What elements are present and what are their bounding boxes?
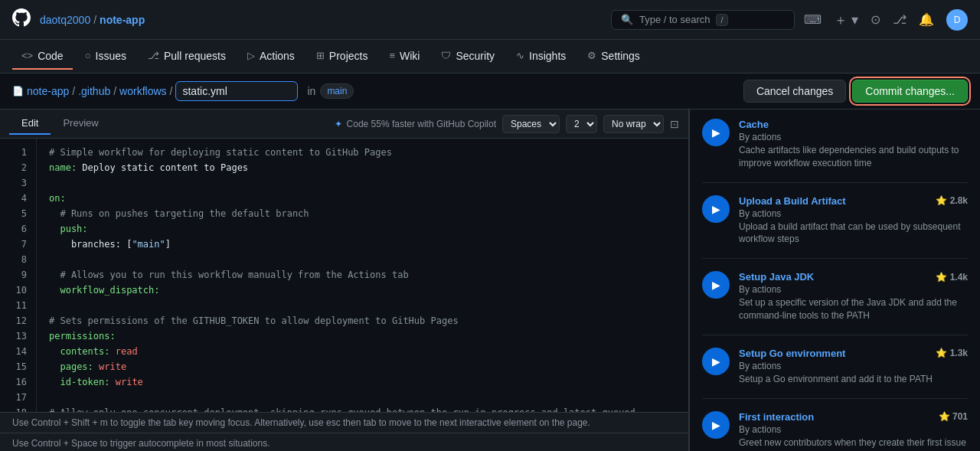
code-line: # Allow only one concurrent deployment, …	[49, 405, 676, 412]
settings-icon: ⚙	[587, 50, 596, 61]
filename-input[interactable]	[175, 81, 298, 101]
action-name[interactable]: Cache	[739, 119, 769, 130]
action-item: ▶ First interaction ⭐ 701 By actions Gre…	[702, 411, 968, 451]
code-line: push:	[49, 221, 676, 237]
editor-options: Spaces 2 No wrap ⊡	[502, 115, 679, 133]
username[interactable]: daotq2000	[40, 14, 90, 26]
branch-badge[interactable]: main	[320, 83, 354, 99]
code-line: contents: read	[49, 344, 676, 359]
line-number: 12	[0, 313, 36, 328]
tab-settings[interactable]: ⚙ Settings	[578, 44, 649, 70]
action-icon-circle: ▶	[702, 195, 730, 223]
action-icon-circle: ▶	[702, 271, 730, 299]
action-by: By actions	[739, 284, 968, 295]
breadcrumb-repo[interactable]: note-app	[27, 85, 69, 97]
tab-projects[interactable]: ⊞ Projects	[307, 44, 377, 70]
action-stars: ⭐ 1.4k	[936, 272, 968, 283]
action-by: By actions	[739, 361, 968, 371]
history-icon[interactable]: ⊙	[871, 12, 880, 27]
right-panel: ▶ Cache By actions Cache artifacts like …	[689, 109, 980, 451]
cancel-button[interactable]: Cancel changes	[743, 80, 846, 103]
code-editor[interactable]: 1234567891011121314151617181920212223242…	[0, 139, 688, 412]
code-content[interactable]: # Simple workflow for deploying static c…	[37, 139, 688, 412]
line-number: 15	[0, 359, 36, 374]
tab-security[interactable]: 🛡 Security	[432, 44, 504, 70]
action-stars: ⭐ 1.3k	[936, 348, 968, 358]
line-number: 16	[0, 374, 36, 390]
tab-edit[interactable]: Edit	[9, 113, 51, 135]
notifications-icon[interactable]: 🔔	[919, 12, 934, 27]
play-icon: ▶	[712, 355, 720, 368]
action-icon-circle: ▶	[702, 119, 730, 146]
tab-preview[interactable]: Preview	[51, 113, 110, 135]
action-stars: ⭐ 701	[939, 411, 968, 422]
search-bar[interactable]: 🔍 Type / to search /	[611, 10, 795, 30]
search-kbd: /	[716, 14, 727, 26]
line-number: 7	[0, 237, 36, 252]
line-number: 13	[0, 328, 36, 344]
tab-actions[interactable]: ▷ Actions	[238, 44, 304, 70]
play-icon: ▶	[712, 203, 720, 215]
code-line: # Sets permissions of the GITHUB_TOKEN t…	[49, 313, 676, 328]
code-line: branches: ["main"]	[49, 237, 676, 252]
code-line	[49, 390, 676, 405]
line-number: 18	[0, 405, 36, 412]
top-bar: daotq2000 / note-app 🔍 Type / to search …	[0, 0, 980, 40]
reponame[interactable]: note-app	[100, 14, 145, 26]
repo-path: daotq2000 / note-app	[40, 14, 145, 26]
terminal-icon[interactable]: ⌨	[804, 12, 822, 27]
tab-code[interactable]: <> Code	[12, 44, 73, 70]
action-name[interactable]: Upload a Build Artifact	[739, 195, 846, 207]
code-line	[49, 298, 676, 313]
action-by: By actions	[739, 424, 968, 435]
tab-wiki[interactable]: ≡ Wiki	[380, 44, 429, 70]
wrap-select[interactable]: No wrap	[603, 115, 664, 133]
action-name[interactable]: Setup Java JDK	[739, 271, 814, 283]
line-number: 3	[0, 175, 36, 191]
editor-hint1: Use Control + Shift + m to toggle the ta…	[0, 412, 688, 433]
action-info: Cache By actions Cache artifacts like de…	[739, 119, 968, 170]
commit-button[interactable]: Commit changes...	[852, 80, 968, 103]
action-by: By actions	[739, 208, 968, 219]
action-info: Setup Java JDK ⭐ 1.4k By actions Set up …	[739, 271, 968, 322]
tab-issues[interactable]: ○ Issues	[76, 44, 136, 70]
line-number: 6	[0, 221, 36, 237]
pr-icon[interactable]: ⎇	[893, 12, 906, 27]
breadcrumb-path2[interactable]: workflows	[119, 85, 166, 97]
breadcrumb-path1[interactable]: .github	[78, 85, 110, 97]
avatar[interactable]: D	[946, 9, 968, 31]
search-placeholder: Type / to search	[639, 14, 710, 25]
code-line: pages: write	[49, 359, 676, 374]
in-label: in	[307, 85, 315, 97]
line-number: 4	[0, 191, 36, 206]
action-info: Upload a Build Artifact ⭐ 2.8k By action…	[739, 195, 968, 247]
tab-pullrequests[interactable]: ⎇ Pull requests	[139, 44, 235, 70]
editor-panel: Edit Preview ✦ Code 55% faster with GitH…	[0, 109, 689, 451]
action-by: By actions	[739, 132, 968, 142]
spaces-select[interactable]: Spaces	[502, 115, 560, 133]
file-header: 📄 note-app / .github / workflows / in ma…	[0, 74, 980, 109]
action-name[interactable]: Setup Go environment	[739, 348, 845, 359]
play-icon: ▶	[712, 419, 720, 431]
tab-insights[interactable]: ∿ Insights	[507, 44, 575, 70]
search-icon: 🔍	[621, 14, 633, 25]
action-item: ▶ Upload a Build Artifact ⭐ 2.8k By acti…	[702, 195, 968, 260]
code-line: name: Deploy static content to Pages	[49, 160, 676, 175]
breadcrumb-icon: 📄	[12, 86, 24, 96]
action-title: Setup Java JDK ⭐ 1.4k	[739, 271, 968, 283]
action-info: Setup Go environment ⭐ 1.3k By actions S…	[739, 348, 968, 386]
action-item: ▶ Cache By actions Cache artifacts like …	[702, 119, 968, 183]
github-logo[interactable]	[12, 8, 31, 31]
projects-icon: ⊞	[316, 50, 325, 61]
action-info: First interaction ⭐ 701 By actions Greet…	[739, 411, 968, 451]
code-icon: <>	[21, 50, 33, 61]
plus-icon[interactable]: ＋ ▾	[834, 11, 858, 29]
code-line: on:	[49, 191, 676, 206]
fullscreen-icon[interactable]: ⊡	[670, 118, 679, 130]
code-line: permissions:	[49, 328, 676, 344]
indent-select[interactable]: 2	[566, 115, 597, 133]
copilot-label: Code 55% faster with GitHub Copilot	[347, 119, 496, 129]
action-item: ▶ Setup Go environment ⭐ 1.3k By actions…	[702, 348, 968, 399]
action-name[interactable]: First interaction	[739, 411, 814, 423]
editor-hint2: Use Control + Space to trigger autocompl…	[0, 433, 688, 451]
